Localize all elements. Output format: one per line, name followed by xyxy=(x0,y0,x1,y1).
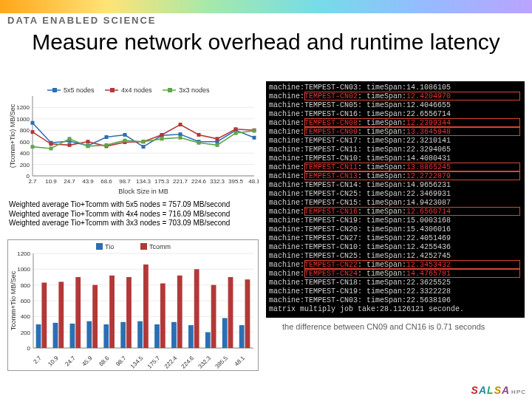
svg-text:10.9: 10.9 xyxy=(47,355,60,368)
svg-text:1000: 1000 xyxy=(17,266,30,273)
svg-text:332.3: 332.3 xyxy=(210,178,225,185)
svg-text:224.6: 224.6 xyxy=(191,178,207,185)
svg-text:222.4: 222.4 xyxy=(163,355,179,370)
svg-rect-107 xyxy=(75,277,81,348)
svg-rect-122 xyxy=(160,284,166,348)
svg-rect-112 xyxy=(103,324,109,348)
svg-text:10.9: 10.9 xyxy=(45,178,57,185)
svg-rect-130 xyxy=(205,332,211,348)
svg-text:600: 600 xyxy=(20,139,30,146)
svg-text:134.3: 134.3 xyxy=(136,178,151,185)
svg-rect-7 xyxy=(168,88,172,92)
caption-line: Weighted average Tio+Tcomm with 3x3 node… xyxy=(9,219,260,228)
console-line: machine:TEMPEST-CN16: timeSpan:12.656071… xyxy=(269,208,522,216)
console-line: machine:TEMPEST-CN05: timeSpan:12.404665… xyxy=(269,101,522,110)
svg-text:1200: 1200 xyxy=(17,250,30,257)
svg-text:332.3: 332.3 xyxy=(197,355,213,370)
svg-text:175.7: 175.7 xyxy=(146,355,162,370)
svg-text:221.7: 221.7 xyxy=(173,178,188,185)
svg-text:Block Size in MB: Block Size in MB xyxy=(118,188,168,195)
caption-line: Weighted average Tio+Tcomm with 5x5 node… xyxy=(9,200,260,210)
caption-block: Weighted average Tio+Tcomm with 5x5 node… xyxy=(9,200,260,228)
console-line: machine:TEMPEST-CN11: timeSpan:22.329406… xyxy=(269,146,522,154)
page-title: Measure network overhead and runtime lat… xyxy=(0,29,532,55)
svg-rect-100 xyxy=(36,324,41,348)
caption-line: Weighted average Tio+Tcomm with 4x4 node… xyxy=(9,210,260,219)
console-line: machine:TEMPEST-CN08: timeSpan:12.239934… xyxy=(269,119,522,128)
svg-rect-113 xyxy=(109,276,115,348)
svg-text:4x4 nodes: 4x4 nodes xyxy=(121,86,152,94)
console-line: machine:TEMPEST-CN18: timeSpan:22.362552… xyxy=(269,279,522,287)
svg-text:134.5: 134.5 xyxy=(129,355,145,370)
svg-text:175.3: 175.3 xyxy=(154,178,170,185)
svg-text:(Tcomm+Tio) MB/Sec: (Tcomm+Tio) MB/Sec xyxy=(9,103,16,168)
salsa-logo: SALSAHPC xyxy=(471,384,526,396)
console-line: machine:TEMPEST-CN11: timeSpan:13.886524… xyxy=(269,163,522,172)
svg-rect-104 xyxy=(58,282,64,348)
svg-text:600: 600 xyxy=(21,298,31,304)
console-line: machine:TEMPEST-CN19: timeSpan:15.000316… xyxy=(269,216,522,225)
console-line: machine:TEMPEST-CN25: timeSpan:12.425274… xyxy=(269,252,522,261)
svg-text:3x3 nodes: 3x3 nodes xyxy=(179,86,210,94)
svg-text:24.7: 24.7 xyxy=(64,178,75,185)
svg-text:68.6: 68.6 xyxy=(100,178,112,185)
svg-rect-79 xyxy=(96,243,103,250)
svg-rect-121 xyxy=(154,324,160,348)
svg-text:45.9: 45.9 xyxy=(81,355,94,368)
console-line: machine:TEMPEST-CN10: timeSpan:14.408043… xyxy=(269,154,522,163)
console-line: machine:TEMPEST-CN17: timeSpan:22.321014… xyxy=(269,137,522,146)
svg-text:224.6: 224.6 xyxy=(180,355,196,370)
svg-rect-137 xyxy=(245,279,250,348)
console-line: machine:TEMPEST-CN03: timeSpan:14.108610… xyxy=(269,83,522,92)
svg-rect-119 xyxy=(143,265,149,348)
svg-text:2.7: 2.7 xyxy=(28,178,37,185)
svg-text:1200: 1200 xyxy=(16,104,30,111)
rainbow-bar xyxy=(0,0,532,13)
svg-text:Tcomm: Tcomm xyxy=(149,243,171,250)
console-line: machine:TEMPEST-CN19: timeSpan:22.332222… xyxy=(269,287,522,296)
svg-text:Tcomm+Tio MB/Sec: Tcomm+Tio MB/Sec xyxy=(10,270,17,330)
svg-rect-109 xyxy=(86,321,92,348)
svg-text:1000: 1000 xyxy=(16,116,30,123)
brand-text: DATA ENABLED SCIENCE xyxy=(0,13,532,26)
console-line: machine:TEMPEST-CN02: timeSpan:12.420497… xyxy=(269,92,522,101)
svg-rect-103 xyxy=(53,323,58,348)
svg-rect-131 xyxy=(211,285,216,348)
svg-rect-4 xyxy=(110,88,115,92)
svg-rect-124 xyxy=(171,322,177,348)
svg-rect-116 xyxy=(126,277,132,348)
svg-rect-1 xyxy=(52,88,57,92)
svg-rect-125 xyxy=(177,276,183,348)
svg-text:395.5: 395.5 xyxy=(214,355,230,370)
svg-rect-127 xyxy=(188,325,194,348)
console-line: machine:TEMPEST-CN13: timeSpan:12.272287… xyxy=(269,172,522,181)
console-footer: matrix multiply job take:28.1126121 seco… xyxy=(269,305,522,314)
svg-rect-101 xyxy=(41,282,47,348)
svg-text:Tio: Tio xyxy=(105,243,114,250)
svg-text:48.1: 48.1 xyxy=(233,355,247,368)
svg-text:68.6: 68.6 xyxy=(98,355,111,368)
svg-text:800: 800 xyxy=(21,282,31,289)
svg-text:200: 200 xyxy=(20,162,30,168)
svg-text:48.1: 48.1 xyxy=(248,178,259,185)
svg-text:24.7: 24.7 xyxy=(64,355,77,368)
svg-rect-106 xyxy=(70,324,75,348)
svg-text:5x5 nodes: 5x5 nodes xyxy=(64,86,95,94)
svg-text:98.7: 98.7 xyxy=(115,355,128,368)
svg-text:2.7: 2.7 xyxy=(33,355,44,366)
console-line: machine:TEMPEST-CN15: timeSpan:14.942308… xyxy=(269,199,522,208)
diff-note: the difference between CN09 and CN16 is … xyxy=(282,322,485,331)
console-line: machine:TEMPEST-CN22: timeSpan:12.345343… xyxy=(269,261,522,270)
svg-text:98.7: 98.7 xyxy=(119,178,131,185)
content-area: 5x5 nodes4x4 nodes3x3 nodes0200400600800… xyxy=(7,84,528,389)
svg-rect-110 xyxy=(92,285,98,348)
console-line: machine:TEMPEST-CN14: timeSpan:14.965623… xyxy=(269,181,522,190)
bar-chart: TioTcomm0200400600800100012002.710.924.7… xyxy=(7,239,259,371)
line-chart: 5x5 nodes4x4 nodes3x3 nodes0200400600800… xyxy=(7,84,259,195)
svg-text:400: 400 xyxy=(21,313,31,320)
console-line: machine:TEMPEST-CN09: timeSpan:13.364594… xyxy=(269,128,522,137)
svg-text:395.5: 395.5 xyxy=(228,178,244,185)
svg-text:400: 400 xyxy=(20,150,30,157)
svg-rect-128 xyxy=(194,269,200,348)
console-line: machine:TEMPEST-CN20: timeSpan:15.430601… xyxy=(269,225,522,234)
